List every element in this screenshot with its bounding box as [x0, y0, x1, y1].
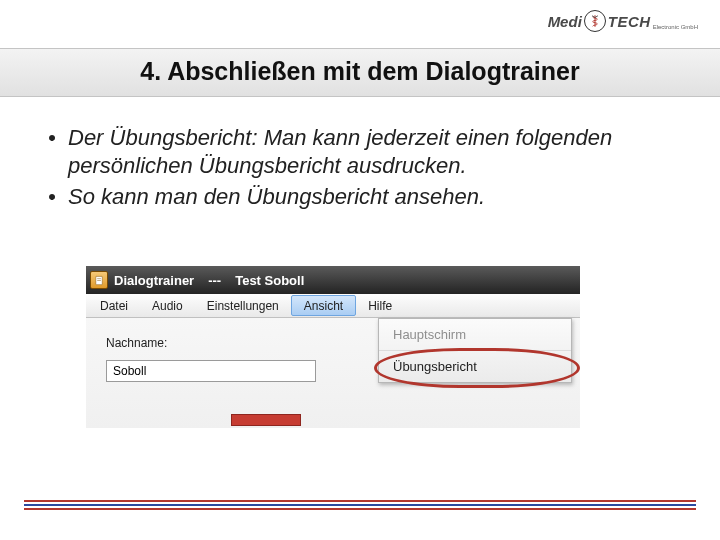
slide-title-bar: 4. Abschließen mit dem Dialogtrainer: [0, 48, 720, 97]
caduceus-icon: [584, 10, 606, 32]
bullet-item: Der Übungsbericht: Man kann jederzeit ei…: [48, 124, 672, 179]
bullet-list: Der Übungsbericht: Man kann jederzeit ei…: [48, 124, 672, 215]
logo-right: TECH: [608, 13, 651, 30]
ansicht-dropdown: Hauptschirm Übungsbericht: [378, 318, 572, 383]
nachname-input[interactable]: [106, 360, 316, 382]
window-titlebar: Dialogtrainer --- Test Soboll: [86, 266, 580, 294]
window-app-name: Dialogtrainer: [114, 273, 194, 288]
app-icon: [90, 271, 108, 289]
menu-item-hilfe[interactable]: Hilfe: [356, 294, 404, 317]
logo-sub: Electronic GmbH: [653, 24, 698, 30]
logo-left: Medi: [548, 13, 582, 30]
menu-item-einstellungen[interactable]: Einstellungen: [195, 294, 291, 317]
bullet-item: So kann man den Übungsbericht ansehen.: [48, 183, 672, 211]
window-separator: ---: [208, 273, 221, 288]
menu-bar: Datei Audio Einstellungen Ansicht Hilfe: [86, 294, 580, 318]
dropdown-item-hauptschirm[interactable]: Hauptschirm: [379, 319, 571, 351]
app-screenshot: Dialogtrainer --- Test Soboll Datei Audi…: [86, 266, 580, 428]
footer-divider: [24, 498, 696, 510]
menu-item-datei[interactable]: Datei: [88, 294, 140, 317]
menu-item-audio[interactable]: Audio: [140, 294, 195, 317]
menu-item-ansicht[interactable]: Ansicht: [291, 295, 356, 316]
red-marker-icon: [231, 414, 301, 426]
dropdown-item-uebungsbericht[interactable]: Übungsbericht: [379, 351, 571, 382]
window-client-area: Nachname: Hauptschirm Übungsbericht: [86, 318, 580, 428]
slide-title: 4. Abschließen mit dem Dialogtrainer: [0, 57, 720, 86]
brand-logo: Medi TECH Electronic GmbH: [548, 10, 698, 32]
window-user: Test Soboll: [235, 273, 304, 288]
